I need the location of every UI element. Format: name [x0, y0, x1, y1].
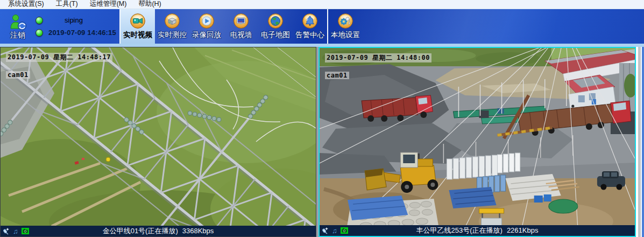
- tab-label: 电子地图: [261, 30, 290, 40]
- tv-wall-icon: [233, 13, 249, 29]
- microphone-icon[interactable]: [3, 227, 10, 235]
- menu-item-system-settings[interactable]: 系统设置(S): [2, 0, 50, 10]
- logout-button[interactable]: 注销: [0, 9, 36, 44]
- video-grid: 2019-07-09 星期二 14:48:17 cam01 ♫ 金公甲线01号(: [0, 47, 644, 237]
- tab-label: 本地设置: [331, 30, 360, 40]
- bitrate-label: 3368Kbps: [182, 227, 214, 235]
- video-title: 金公甲线01号(正在播放)3368Kbps: [1, 226, 316, 236]
- logout-label: 注销: [10, 31, 25, 40]
- tab-video-playback[interactable]: 录像回放: [189, 9, 224, 44]
- menu-item-tools[interactable]: 工具(T): [50, 0, 84, 10]
- status-led-icon: [36, 29, 43, 37]
- monitor-device-icon: [164, 13, 180, 29]
- menu-item-help[interactable]: 帮助(H): [132, 0, 167, 10]
- tab-electronic-map[interactable]: 电子地图: [258, 9, 293, 44]
- microphone-icon[interactable]: [322, 227, 329, 234]
- tab-label: 电视墙: [230, 30, 252, 40]
- tab-alarm-center[interactable]: 告警中心: [293, 9, 327, 44]
- window-right-border: [636, 47, 644, 237]
- session-datetime: 2019-07-09 14:46:15: [48, 29, 116, 37]
- video-camera-icon: [130, 13, 146, 29]
- tab-local-settings[interactable]: 本地设置: [328, 9, 363, 44]
- status-led-icon: [36, 17, 43, 24]
- video-pane-left[interactable]: 2019-07-09 星期二 14:48:17 cam01 ♫ 金公甲线01号(: [0, 47, 316, 237]
- channel-name: 丰公甲乙线253号(正在播放): [416, 226, 503, 234]
- gear-wrench-icon: [337, 13, 353, 29]
- osd-camera-label: cam01: [325, 72, 349, 79]
- toolbar-separator: [327, 9, 328, 44]
- left-video-scene: [1, 47, 316, 236]
- tab-label: 实时测控: [158, 30, 187, 40]
- osd-camera-label: cam01: [6, 71, 30, 79]
- playback-icon: [199, 13, 215, 29]
- tab-label: 告警中心: [295, 30, 324, 40]
- main-tabs: 实时视频 实时测控 录像回放: [121, 9, 327, 44]
- logout-user-globe-icon: [8, 13, 27, 31]
- menu-bar: 系统设置(S) 工具(T) 运维管理(M) 帮助(H): [0, 0, 644, 9]
- status-led-column: siping 2019-07-09 14:46:15: [36, 9, 119, 44]
- globe-map-icon: [267, 13, 284, 29]
- tab-label: 实时视频: [123, 30, 152, 40]
- toolbar: 注销 siping 2019-07-09 14:46:15 实时视频: [0, 9, 644, 44]
- video-status-bar: ♫ 丰公甲乙线253号(正在播放)2261Kbps: [320, 225, 635, 236]
- video-title: 丰公甲乙线253号(正在播放)2261Kbps: [320, 226, 635, 235]
- menu-item-ops-management[interactable]: 运维管理(M): [84, 0, 133, 10]
- record-camera-icon[interactable]: [22, 228, 29, 234]
- bitrate-label: 2261Kbps: [507, 226, 539, 234]
- osd-timestamp: 2019-07-09 星期二 14:48:00: [325, 53, 431, 62]
- alarm-bell-icon: [302, 13, 318, 29]
- tab-label: 录像回放: [192, 30, 221, 40]
- tab-tv-wall[interactable]: 电视墙: [224, 9, 258, 44]
- session-group: 注销 siping 2019-07-09 14:46:15: [0, 9, 119, 44]
- tab-realtime-control[interactable]: 实时测控: [155, 9, 189, 44]
- video-status-bar: ♫ 金公甲线01号(正在播放)3368Kbps: [1, 226, 316, 236]
- record-camera-icon[interactable]: [341, 227, 348, 234]
- audio-note-icon[interactable]: ♫: [13, 228, 18, 235]
- logged-in-username: siping: [65, 16, 83, 24]
- channel-name: 金公甲线01号(正在播放): [103, 227, 178, 235]
- osd-timestamp: 2019-07-09 星期二 14:48:17: [6, 53, 112, 62]
- audio-note-icon[interactable]: ♫: [332, 227, 337, 234]
- right-video-scene: [320, 48, 635, 236]
- tab-realtime-video[interactable]: 实时视频: [121, 9, 155, 44]
- video-pane-right[interactable]: 2019-07-09 星期二 14:48:00 cam01 ♫ 丰公甲乙线253: [319, 47, 636, 237]
